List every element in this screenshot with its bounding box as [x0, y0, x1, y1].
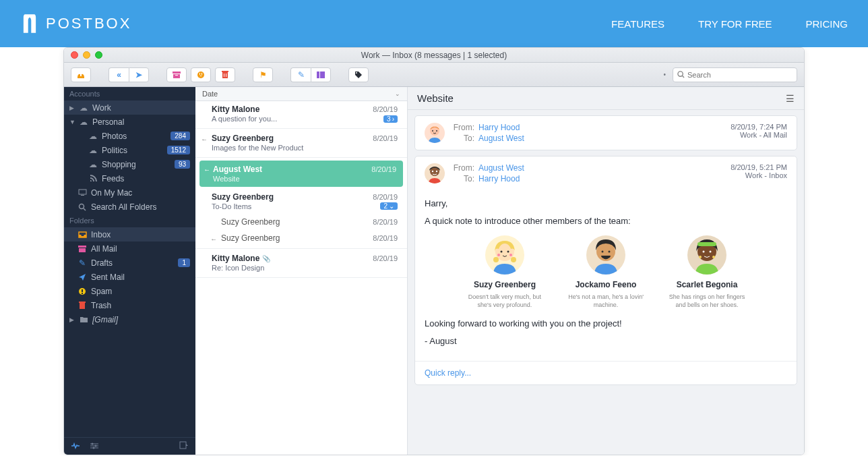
archive-icon: [78, 244, 87, 254]
svg-rect-1: [173, 74, 180, 78]
email-thread-collapsed[interactable]: From: Harry Hood To: August West 8/20/19…: [414, 115, 797, 150]
team-member: Scarlet Begonia She has rings on her fin…: [666, 235, 747, 309]
svg-rect-2: [175, 75, 178, 76]
svg-rect-33: [180, 442, 186, 449]
from-label: From:: [452, 163, 478, 173]
sidebar: Accounts ▶ ☁ Work ▼ ☁ Personal ☁ Photos …: [64, 87, 195, 455]
svg-point-55: [712, 256, 715, 258]
chevron-down-icon: ⌄: [395, 90, 400, 97]
get-mail-button[interactable]: [71, 67, 91, 82]
folder-spam[interactable]: Spam: [64, 284, 195, 298]
compose-icon[interactable]: [179, 441, 189, 451]
svg-rect-9: [226, 74, 226, 77]
folders-section-label: Folders: [64, 214, 195, 227]
chevron-down-icon: ▼: [69, 119, 75, 125]
accounts-section-label: Accounts: [64, 87, 195, 101]
folder-icon: [79, 315, 88, 324]
svg-rect-16: [81, 195, 84, 196]
nav-try-for-free[interactable]: TRY FOR FREE: [698, 18, 772, 30]
search-all-folders[interactable]: Search All Folders: [64, 200, 195, 214]
archive-button[interactable]: [166, 67, 187, 82]
message-row[interactable]: Suzy Greenberg 8/20/19 To-Do Items 2⌄: [195, 188, 407, 214]
svg-rect-6: [222, 72, 228, 78]
replied-icon: ←: [201, 136, 208, 143]
svg-rect-51: [698, 242, 716, 246]
forward-button[interactable]: ➤: [129, 67, 149, 82]
folder-inbox[interactable]: Inbox: [64, 227, 195, 241]
folder-feeds[interactable]: Feeds: [64, 171, 195, 185]
avatar: [485, 235, 524, 275]
svg-point-12: [356, 72, 357, 74]
avatar: [425, 123, 445, 143]
count-badge: 284: [170, 132, 190, 140]
replied-icon: ←: [210, 235, 217, 243]
reply-all-button[interactable]: «: [108, 67, 129, 82]
tag-button[interactable]: [348, 67, 369, 82]
svg-point-49: [609, 251, 611, 253]
team-row: Suzy Greenberg Doesn't talk very much, b…: [425, 235, 787, 309]
message-row-thread-child[interactable]: Suzy Greenberg 8/20/19: [195, 214, 407, 230]
svg-point-45: [493, 257, 499, 262]
close-window-button[interactable]: [71, 51, 78, 59]
cloud-icon: ☁: [88, 160, 98, 169]
edit-button[interactable]: ✎: [290, 67, 311, 82]
svg-rect-23: [82, 289, 83, 292]
account-on-my-mac[interactable]: On My Mac: [64, 185, 195, 200]
message-row[interactable]: ← Suzy Greenberg 8/20/19 Images for the …: [195, 130, 407, 158]
message-list-header[interactable]: Date ⌄: [195, 87, 407, 101]
svg-point-43: [497, 254, 500, 256]
svg-point-39: [436, 171, 437, 172]
svg-rect-15: [79, 190, 86, 194]
quick-reply-field[interactable]: Quick reply...: [415, 361, 797, 384]
folder-shopping[interactable]: ☁ Shopping 93: [64, 157, 195, 171]
settings-icon[interactable]: [90, 442, 99, 451]
folder-drafts[interactable]: ✎ Drafts 1: [64, 256, 195, 270]
count-badge: 1: [178, 258, 190, 267]
junk-button[interactable]: [191, 67, 211, 82]
folder-all-mail[interactable]: All Mail: [64, 241, 195, 256]
brand-text: POSTBOX: [46, 15, 131, 32]
message-row[interactable]: Kitty Malone 📎 8/20/19 Re: Icon Design: [195, 250, 407, 278]
message-row-thread-child[interactable]: ← Suzy Greenberg 8/20/19: [195, 230, 407, 249]
email-timestamp: 8/20/19, 5:21 PM: [731, 163, 787, 171]
folder-trash[interactable]: Trash: [64, 298, 195, 312]
search-box[interactable]: [673, 67, 797, 82]
nav-features[interactable]: FEATURES: [611, 18, 664, 30]
minimize-window-button[interactable]: [83, 51, 90, 59]
message-row-selected[interactable]: ← August West 8/20/19 Website: [199, 161, 403, 187]
svg-point-30: [92, 442, 94, 445]
monitor-icon: [78, 188, 87, 198]
search-input[interactable]: [687, 71, 793, 79]
folder-gmail[interactable]: ▶ [Gmail]: [64, 312, 195, 326]
cloud-icon: ☁: [88, 146, 98, 155]
window-controls: [71, 51, 102, 59]
window-title: Work — Inbox (8 messages | 1 selected): [361, 51, 507, 60]
to-label: To:: [452, 174, 478, 183]
flag-button[interactable]: ⚑: [253, 67, 273, 82]
folder-sent-mail[interactable]: Sent Mail: [64, 270, 195, 284]
svg-point-52: [703, 251, 705, 253]
folder-politics[interactable]: ☁ Politics 1512: [64, 143, 195, 157]
nav-pricing[interactable]: PRICING: [805, 18, 848, 30]
svg-point-32: [93, 447, 95, 449]
toolbar: « ➤ ⚑ ✎ •: [64, 63, 804, 87]
preview-menu-icon[interactable]: ☰: [786, 93, 795, 104]
account-personal[interactable]: ▼ ☁ Personal: [64, 115, 195, 129]
account-work[interactable]: ▶ ☁ Work: [64, 101, 195, 115]
message-row[interactable]: Kitty Malone 8/20/19 A question for you.…: [195, 101, 407, 129]
svg-line-14: [682, 76, 684, 78]
svg-rect-4: [199, 73, 200, 75]
avatar: [687, 235, 726, 275]
message-list: Date ⌄ Kitty Malone 8/20/19 A question f…: [195, 87, 408, 455]
delete-button[interactable]: [215, 67, 235, 82]
chevron-right-icon: ▶: [69, 105, 75, 111]
email-timestamp: 8/20/19, 7:24 PM: [731, 123, 787, 131]
cloud-icon: ☁: [79, 117, 88, 127]
from-label: From:: [452, 123, 478, 132]
maximize-window-button[interactable]: [95, 51, 102, 59]
svg-rect-10: [317, 71, 319, 78]
search-icon: [677, 71, 685, 78]
folder-photos[interactable]: ☁ Photos 284: [64, 129, 195, 143]
activity-icon[interactable]: [71, 442, 80, 451]
layout-button[interactable]: [311, 67, 331, 82]
